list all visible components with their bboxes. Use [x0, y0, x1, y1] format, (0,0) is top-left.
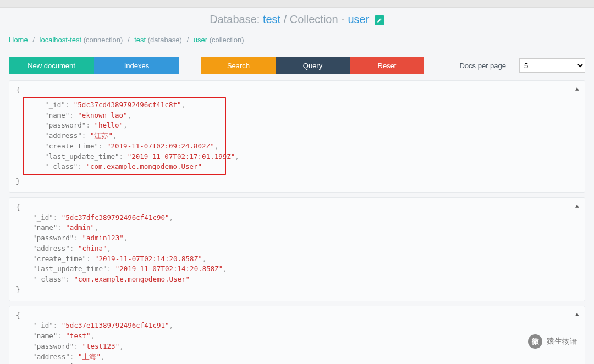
docs-per-page-select[interactable]: 5	[519, 58, 585, 73]
window-topbar	[0, 0, 594, 8]
chevron-up-icon[interactable]: ▴	[575, 84, 579, 92]
chevron-up-icon[interactable]: ▴	[575, 201, 579, 209]
json-document: { "_id": "5dc37e11389792496cf41c91", "na…	[16, 311, 578, 365]
breadcrumb-home[interactable]: Home	[9, 36, 28, 44]
query-button[interactable]: Query	[276, 57, 350, 74]
json-document: {	[16, 85, 578, 96]
title-database-name[interactable]: test	[263, 13, 280, 25]
watermark-text: 猿生物语	[547, 337, 578, 346]
action-bar: New document Indexes Search Query Reset …	[9, 57, 585, 74]
new-document-button[interactable]: New document	[9, 57, 94, 74]
title-database-prefix: Database:	[210, 13, 263, 25]
docs-per-page: Docs per page 5	[459, 58, 585, 73]
chevron-up-icon[interactable]: ▴	[575, 310, 579, 318]
indexes-button[interactable]: Indexes	[94, 57, 179, 74]
json-document: { "_id": "5dc37dfc389792496cf41c90", "na…	[16, 202, 578, 295]
page-title-area: Database: test / Collection - user	[0, 8, 594, 36]
highlighted-box: "_id": "5dc37cd4389792496cf41c8f", "name…	[23, 97, 226, 175]
title-collection-prefix: / Collection -	[280, 13, 348, 25]
breadcrumb-collection[interactable]: user	[194, 36, 207, 44]
document-panel[interactable]: ▴{ "_id": "5dc37cd4389792496cf41c8f", "n…	[9, 80, 585, 193]
reset-button[interactable]: Reset	[350, 57, 424, 74]
docs-per-page-label: Docs per page	[459, 62, 506, 70]
watermark: 微 猿生物语	[528, 334, 578, 349]
search-button[interactable]: Search	[201, 57, 276, 74]
breadcrumb-database[interactable]: test	[134, 36, 146, 44]
document-panel[interactable]: ▴{ "_id": "5dc37dfc389792496cf41c90", "n…	[9, 197, 585, 301]
document-panel[interactable]: ▴{ "_id": "5dc37e11389792496cf41c91", "n…	[9, 306, 585, 365]
title-collection-name[interactable]: user	[348, 13, 369, 25]
breadcrumb: Home / localhost-test (connection) / tes…	[9, 36, 585, 44]
breadcrumb-connection[interactable]: localhost-test	[40, 36, 82, 44]
edit-collection-icon[interactable]	[375, 15, 384, 25]
watermark-icon: 微	[528, 334, 542, 349]
